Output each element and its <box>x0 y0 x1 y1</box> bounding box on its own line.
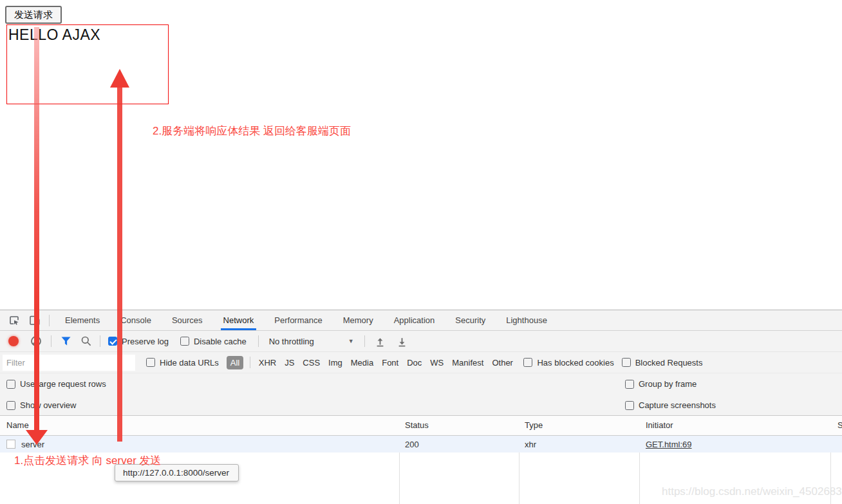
throttling-dropdown[interactable]: No throttling ▼ <box>269 337 354 346</box>
preserve-log-label: Preserve log <box>122 337 169 346</box>
column-header-size[interactable]: S <box>837 420 842 430</box>
group-by-frame-label: Group by frame <box>639 379 697 389</box>
group-by-frame-checkbox[interactable] <box>625 380 634 389</box>
filter-type-other[interactable]: Other <box>492 358 513 368</box>
tab-performance[interactable]: Performance <box>264 310 332 330</box>
filter-type-xhr[interactable]: XHR <box>259 358 276 368</box>
filter-type-js[interactable]: JS <box>285 358 294 368</box>
annotation-step2: 2.服务端将响应体结果 返回给客服端页面 <box>153 124 351 138</box>
network-settings: Use large request rows Show overview Gro… <box>0 373 842 416</box>
chevron-down-icon: ▼ <box>348 338 354 344</box>
has-blocked-cookies-checkbox[interactable] <box>523 358 532 367</box>
tab-label: Performance <box>274 315 322 325</box>
filter-type-all[interactable]: All <box>227 356 243 369</box>
filter-input[interactable] <box>3 355 135 371</box>
ajax-result-text: HELLO AJAX <box>7 25 168 44</box>
network-toolbar: Preserve log Disable cache No throttling… <box>0 331 842 352</box>
tab-label: Sources <box>172 315 203 325</box>
divider <box>49 315 50 326</box>
tab-lighthouse[interactable]: Lighthouse <box>496 310 557 330</box>
filter-type-manifest[interactable]: Manifest <box>452 358 483 368</box>
hide-data-urls-checkbox[interactable] <box>146 358 155 367</box>
tab-application[interactable]: Application <box>384 310 445 330</box>
disable-cache-checkbox[interactable] <box>180 337 189 346</box>
ajax-result-box: HELLO AJAX <box>6 24 169 104</box>
send-request-button[interactable]: 发送请求 <box>5 6 62 24</box>
use-large-request-rows-checkbox[interactable] <box>6 380 15 389</box>
use-large-request-rows-label: Use large request rows <box>20 379 106 389</box>
tab-network[interactable]: Network <box>213 310 265 330</box>
blocked-requests-label: Blocked Requests <box>635 358 703 368</box>
arrow-down-head <box>26 430 48 445</box>
filter-type-font[interactable]: Font <box>382 358 398 368</box>
inspect-element-icon[interactable] <box>4 310 24 331</box>
column-header-type[interactable]: Type <box>525 420 543 430</box>
capture-screenshots-checkbox[interactable] <box>625 401 634 410</box>
divider <box>258 335 259 347</box>
tab-label: Elements <box>65 315 100 325</box>
column-header-name[interactable]: Name <box>6 420 29 430</box>
tab-memory[interactable]: Memory <box>333 310 384 330</box>
filter-icon[interactable] <box>60 335 71 347</box>
show-overview-label: Show overview <box>20 400 76 410</box>
divider <box>51 335 51 347</box>
request-type: xhr <box>525 440 536 449</box>
network-filter-bar: Hide data URLs All XHR JS CSS Img Media … <box>0 352 842 373</box>
disable-cache-label: Disable cache <box>194 337 247 346</box>
show-overview-checkbox[interactable] <box>6 401 15 410</box>
table-header: Name Status Type Initiator S <box>0 416 842 436</box>
annotation-step1: 1.点击发送请求 向 server 发送 <box>14 453 162 468</box>
watermark-text: https://blog.csdn.net/weixin_45026839 <box>662 485 842 498</box>
tab-label: Console <box>120 315 151 325</box>
divider <box>364 335 365 347</box>
tab-label: Security <box>455 315 485 325</box>
record-icon[interactable] <box>8 336 19 346</box>
filter-type-doc[interactable]: Doc <box>407 358 422 368</box>
has-blocked-cookies-label: Has blocked cookies <box>537 358 613 368</box>
divider <box>250 357 250 368</box>
divider <box>100 335 100 347</box>
request-file-icon <box>6 440 15 449</box>
column-header-initiator[interactable]: Initiator <box>646 420 673 430</box>
tab-label: Application <box>394 315 435 325</box>
request-initiator-link[interactable]: GET.html:69 <box>646 440 692 449</box>
devtools-tab-bar: Elements Console Sources Network Perform… <box>0 310 842 331</box>
tab-label: Memory <box>343 315 373 325</box>
request-status: 200 <box>405 440 419 449</box>
tab-label: Network <box>223 315 254 325</box>
search-icon[interactable] <box>80 335 92 347</box>
throttling-value: No throttling <box>269 337 314 346</box>
filter-type-media[interactable]: Media <box>351 358 373 368</box>
capture-screenshots-label: Capture screenshots <box>639 400 716 410</box>
import-har-icon[interactable] <box>374 335 387 348</box>
filter-type-ws[interactable]: WS <box>430 358 444 368</box>
filter-type-css[interactable]: CSS <box>303 358 320 368</box>
filter-type-img[interactable]: Img <box>328 358 342 368</box>
tab-security[interactable]: Security <box>445 310 496 330</box>
tab-label: Lighthouse <box>506 315 547 325</box>
preserve-log-checkbox[interactable] <box>108 337 117 346</box>
arrow-up-head <box>110 69 129 88</box>
tab-elements[interactable]: Elements <box>55 310 110 330</box>
tab-sources[interactable]: Sources <box>162 310 213 330</box>
arrow-up-shaft <box>117 86 122 442</box>
column-header-status[interactable]: Status <box>405 420 429 430</box>
arrow-down-shaft <box>34 27 39 431</box>
hide-data-urls-label: Hide data URLs <box>160 358 219 368</box>
export-har-icon[interactable] <box>396 335 409 348</box>
table-row[interactable]: server 200 xhr GET.html:69 <box>0 436 842 453</box>
blocked-requests-checkbox[interactable] <box>622 358 631 367</box>
